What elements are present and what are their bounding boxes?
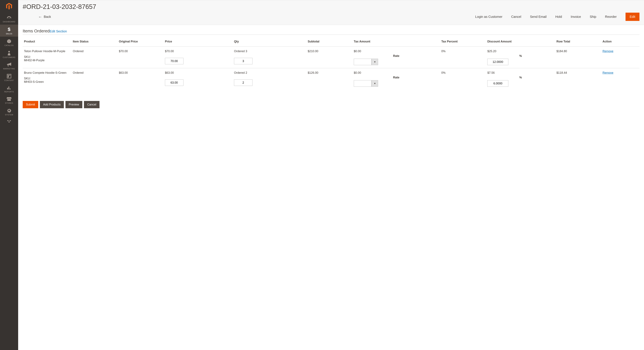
- percent-label: %: [487, 54, 554, 58]
- cell-row-total: $184.80: [555, 47, 601, 68]
- add-products-button[interactable]: Add Products: [40, 101, 64, 108]
- rate-label: Rate: [354, 54, 439, 58]
- sku-label: SKU:: [24, 77, 70, 80]
- hold-button[interactable]: Hold: [555, 15, 562, 19]
- sidebar-item-reports[interactable]: REPORTS: [0, 83, 18, 95]
- sidebar-item-dashboard[interactable]: DASHBOARD: [0, 14, 18, 25]
- price-input[interactable]: [165, 58, 184, 64]
- cell-status: Ordered: [72, 47, 118, 68]
- price-input[interactable]: [165, 80, 184, 86]
- edit-section-link[interactable]: Edit Section: [50, 30, 67, 33]
- product-name: Teton Pullover Hoodie-M-Purple: [24, 50, 70, 53]
- submit-button[interactable]: Submit: [23, 101, 38, 108]
- sku-value: MH02-M-Purple: [24, 59, 70, 62]
- discount-percent-input[interactable]: [487, 80, 508, 87]
- th-price: Price: [164, 35, 233, 47]
- header-actions: ← Back Login as Customer Cancel Send Ema…: [23, 13, 640, 21]
- sidebar-item-stores[interactable]: STORES: [0, 95, 18, 106]
- back-button[interactable]: ← Back: [38, 14, 51, 19]
- sidebar-item-content[interactable]: CONTENT: [0, 72, 18, 83]
- footer-actions: Submit Add Products Preview Cancel: [23, 101, 640, 108]
- rate-label: Rate: [354, 76, 439, 79]
- svg-rect-2: [8, 75, 9, 78]
- sidebar-item-label: DASHBOARD: [3, 21, 15, 23]
- remove-link[interactable]: Remove: [602, 71, 613, 74]
- magento-logo[interactable]: [0, 0, 18, 14]
- cell-tax-amount: $0.00 Rate ▼: [352, 47, 440, 68]
- caret-down-icon: ▼: [374, 82, 376, 85]
- cube-icon: [7, 39, 11, 44]
- th-product: Product: [23, 35, 72, 47]
- svg-rect-5: [8, 86, 9, 90]
- login-as-customer-button[interactable]: Login as Customer: [475, 15, 502, 19]
- section-title: Items Ordered: [23, 28, 50, 34]
- discount-amount-text: $7.56: [487, 71, 554, 74]
- dashboard-gauge-icon: [7, 16, 12, 20]
- cell-tax-percent: 0%: [440, 47, 486, 68]
- cell-status: Ordered: [72, 68, 118, 90]
- remove-link[interactable]: Remove: [602, 50, 613, 53]
- edit-button[interactable]: Edit: [626, 13, 640, 21]
- tax-rate-input[interactable]: [354, 80, 372, 87]
- bar-chart-icon: [7, 86, 11, 90]
- ship-button[interactable]: Ship: [590, 15, 596, 19]
- th-original-price: Original Price: [118, 35, 164, 47]
- preview-button[interactable]: Preview: [66, 101, 82, 108]
- cell-product: Bruno Compete Hoodie-S-Green SKU: MH03-S…: [23, 68, 72, 90]
- qty-input[interactable]: [234, 58, 252, 64]
- tax-amount-text: $0.00: [354, 71, 439, 74]
- qty-text: Ordered 3: [234, 50, 305, 53]
- svg-rect-4: [7, 88, 8, 90]
- items-ordered-table: Product Item Status Original Price Price…: [23, 35, 640, 90]
- admin-sidebar: DASHBOARD $ SALES CATALOG CUSTOMERS MARK…: [0, 0, 18, 112]
- cell-product: Teton Pullover Hoodie-M-Purple SKU: MH02…: [23, 47, 72, 68]
- th-subtotal: Subtotal: [306, 35, 352, 47]
- sidebar-item-label: STORES: [5, 102, 13, 104]
- cell-qty: Ordered 3: [233, 47, 306, 68]
- qty-input[interactable]: [234, 80, 252, 86]
- discount-amount-text: $25.20: [487, 50, 554, 53]
- tax-rate-dropdown-button[interactable]: ▼: [372, 59, 378, 65]
- price-text: $63.00: [165, 71, 232, 74]
- cell-tax-amount: $0.00 Rate ▼: [352, 68, 440, 90]
- tax-rate-input[interactable]: [354, 59, 372, 65]
- cell-action: Remove: [601, 68, 640, 90]
- sidebar-item-marketing[interactable]: MARKETING: [0, 60, 18, 72]
- cell-row-total: $118.44: [555, 68, 601, 90]
- sidebar-item-customers[interactable]: CUSTOMERS: [0, 48, 18, 60]
- sidebar-item-system[interactable]: SYSTEM: [0, 106, 18, 112]
- th-tax-amount: Tax Amount: [352, 35, 440, 47]
- th-qty: Qty: [233, 35, 306, 47]
- reorder-button[interactable]: Reorder: [605, 15, 616, 19]
- cancel-button[interactable]: Cancel: [511, 15, 521, 19]
- cell-qty: Ordered 2: [233, 68, 306, 90]
- sidebar-item-label: MARKETING: [3, 68, 15, 70]
- person-icon: [8, 50, 11, 56]
- invoice-button[interactable]: Invoice: [571, 15, 581, 19]
- storefront-icon: [7, 97, 12, 101]
- back-label: Back: [44, 15, 51, 19]
- th-row-total: Row Total: [555, 35, 601, 47]
- tax-rate-dropdown-button[interactable]: ▼: [372, 80, 378, 87]
- svg-rect-3: [9, 75, 10, 76]
- cell-original-price: $63.00: [118, 68, 164, 90]
- th-action: Action: [601, 35, 640, 47]
- page-title: #ORD-21-03-2032-87657: [23, 3, 640, 10]
- footer-cancel-button[interactable]: Cancel: [84, 101, 100, 108]
- table-row: Teton Pullover Hoodie-M-Purple SKU: MH02…: [23, 47, 640, 68]
- product-name: Bruno Compete Hoodie-S-Green: [24, 71, 70, 74]
- discount-percent-input[interactable]: [487, 59, 508, 65]
- price-text: $70.00: [165, 50, 232, 53]
- cell-price: $70.00: [164, 47, 233, 68]
- svg-point-0: [8, 51, 10, 52]
- sidebar-item-label: SALES: [6, 33, 12, 35]
- send-email-button[interactable]: Send Email: [530, 15, 546, 19]
- section-header: Items Ordered Edit Section: [23, 28, 640, 35]
- table-row: Bruno Compete Hoodie-S-Green SKU: MH03-S…: [23, 68, 640, 90]
- sidebar-item-sales[interactable]: $ SALES: [0, 25, 18, 36]
- th-item-status: Item Status: [72, 35, 118, 47]
- th-tax-percent: Tax Percent: [440, 35, 486, 47]
- cell-discount-amount: $7.56 %: [486, 68, 555, 90]
- sidebar-item-catalog[interactable]: CATALOG: [0, 36, 18, 48]
- cell-action: Remove: [601, 47, 640, 68]
